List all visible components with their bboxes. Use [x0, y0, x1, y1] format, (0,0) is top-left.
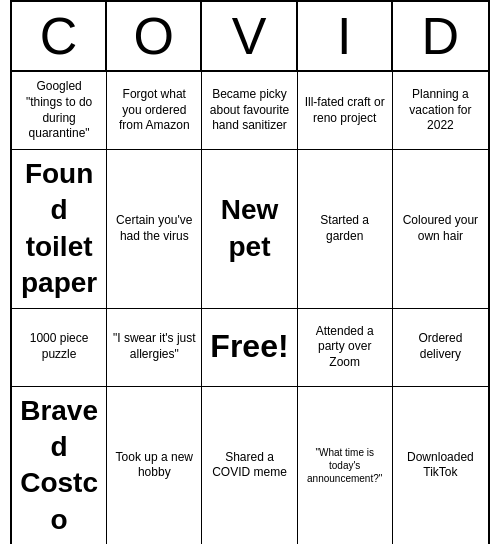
bingo-cell[interactable]: 1000 piece puzzle [12, 309, 107, 387]
bingo-cell[interactable]: Googled "things to do during quarantine" [12, 72, 107, 150]
bingo-grid: Googled "things to do during quarantine"… [12, 72, 488, 544]
bingo-cell[interactable]: Ordered delivery [393, 309, 488, 387]
bingo-cell[interactable]: Braved Costco [12, 387, 107, 544]
bingo-cell[interactable]: Downloaded TikTok [393, 387, 488, 544]
header-letter: C [12, 2, 107, 70]
bingo-cell[interactable]: Planning a vacation for 2022 [393, 72, 488, 150]
bingo-header: COVID [12, 2, 488, 72]
bingo-cell[interactable]: Free! [202, 309, 297, 387]
bingo-cell[interactable]: New pet [202, 150, 297, 309]
header-letter: O [107, 2, 202, 70]
bingo-cell[interactable]: "I swear it's just allergies" [107, 309, 202, 387]
bingo-cell[interactable]: Ill-fated craft or reno project [298, 72, 393, 150]
bingo-cell[interactable]: Shared a COVID meme [202, 387, 297, 544]
bingo-cell[interactable]: Took up a new hobby [107, 387, 202, 544]
bingo-card: COVID Googled "things to do during quara… [10, 0, 490, 544]
bingo-cell[interactable]: Coloured your own hair [393, 150, 488, 309]
bingo-cell[interactable]: Found toilet paper [12, 150, 107, 309]
bingo-cell[interactable]: Started a garden [298, 150, 393, 309]
bingo-cell[interactable]: Became picky about favourite hand saniti… [202, 72, 297, 150]
bingo-cell[interactable]: Attended a party over Zoom [298, 309, 393, 387]
header-letter: V [202, 2, 297, 70]
bingo-cell[interactable]: Forgot what you ordered from Amazon [107, 72, 202, 150]
bingo-cell[interactable]: Certain you've had the virus [107, 150, 202, 309]
header-letter: I [298, 2, 393, 70]
header-letter: D [393, 2, 488, 70]
bingo-cell[interactable]: "What time is today's announcement?" [298, 387, 393, 544]
